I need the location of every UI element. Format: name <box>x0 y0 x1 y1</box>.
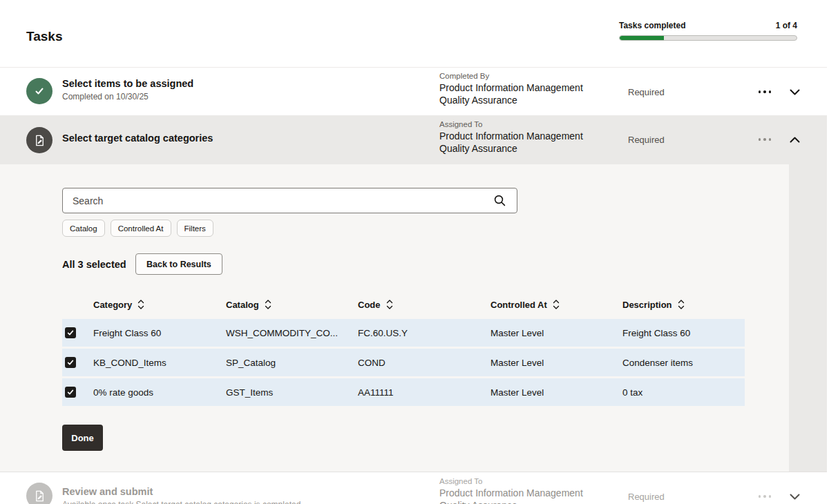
progress-bar <box>619 35 797 41</box>
column-label: Controlled At <box>490 300 547 310</box>
back-to-results-button[interactable]: Back to Results <box>135 253 222 275</box>
selection-summary: All 3 selected <box>62 259 126 270</box>
cell-catalog: GST_Items <box>226 378 273 406</box>
tasks-page: Tasks Tasks completed 1 of 4 Select item… <box>0 0 829 504</box>
more-actions-button[interactable] <box>754 68 775 116</box>
chip-catalog[interactable]: Catalog <box>62 220 105 237</box>
cell-description: Condenser items <box>622 349 693 376</box>
filter-chip-row: Catalog Controlled At Filters <box>62 220 213 237</box>
task-row-review-and-submit[interactable]: Review and submit Available once task Se… <box>0 472 827 504</box>
column-header-category[interactable]: Category <box>93 290 144 319</box>
task-title: Review and submit <box>62 486 301 497</box>
cell-catalog: WSH_COMMODITY_CO... <box>226 319 338 347</box>
progress-label: Tasks completed <box>619 21 685 30</box>
ellipsis-icon <box>757 495 773 498</box>
column-label: Category <box>93 300 132 310</box>
chip-controlled-at[interactable]: Controlled At <box>111 220 171 237</box>
task-title: Select items to be assigned <box>62 78 193 89</box>
required-badge: Required <box>628 115 665 164</box>
cell-code: AA11111 <box>358 378 394 406</box>
search-button[interactable] <box>489 188 510 213</box>
task-subtitle: Completed on 10/30/25 <box>62 92 193 101</box>
task-subtitle: Available once task Select target catalo… <box>62 500 301 504</box>
cell-category: KB_COND_Items <box>93 349 166 376</box>
chevron-down-icon <box>790 89 800 95</box>
table-header: Category Catalog Code Controlled At Desc… <box>62 290 745 319</box>
meta-label: Assigned To <box>439 477 600 485</box>
search-box <box>62 188 517 213</box>
search-icon <box>493 194 506 207</box>
sort-icon <box>265 300 271 309</box>
row-checkbox[interactable] <box>65 327 76 338</box>
cell-code: COND <box>358 349 385 376</box>
sort-icon <box>386 300 393 309</box>
row-checkbox[interactable] <box>65 387 76 398</box>
progress-fill <box>620 36 664 40</box>
table-row[interactable]: KB_COND_Items SP_Catalog COND Master Lev… <box>62 349 745 376</box>
required-badge: Required <box>628 472 665 504</box>
edit-document-icon <box>26 127 53 153</box>
sort-icon <box>553 300 560 309</box>
column-label: Description <box>622 300 672 310</box>
checkmark-icon <box>66 329 75 337</box>
column-header-code[interactable]: Code <box>358 290 393 319</box>
progress-count: 1 of 4 <box>728 21 797 30</box>
cell-code: FC.60.US.Y <box>358 319 408 347</box>
expand-task-button[interactable] <box>785 68 803 116</box>
cell-category: Freight Class 60 <box>93 319 161 347</box>
meta-value: Product Information Management Quality A… <box>439 130 600 155</box>
row-checkbox[interactable] <box>65 357 76 368</box>
more-actions-button[interactable] <box>754 472 775 504</box>
more-actions-button[interactable] <box>754 115 775 164</box>
collapse-task-button[interactable] <box>785 115 803 164</box>
cell-catalog: SP_Catalog <box>226 349 276 376</box>
cell-description: Freight Class 60 <box>622 319 690 347</box>
meta-label: Completed By <box>439 72 600 80</box>
task-row-select-items[interactable]: Select items to be assigned Completed on… <box>0 67 827 115</box>
sort-icon <box>137 300 144 309</box>
table-row[interactable]: 0% rate goods GST_Items AA11111 Master L… <box>62 378 745 406</box>
chevron-down-icon <box>790 494 800 500</box>
task-title: Select target catalog categories <box>62 133 213 144</box>
column-header-description[interactable]: Description <box>622 290 685 319</box>
sort-icon <box>678 300 685 309</box>
cell-controlled-at: Master Level <box>490 349 544 376</box>
table-row[interactable]: Freight Class 60 WSH_COMMODITY_CO... FC.… <box>62 319 745 347</box>
column-label: Code <box>358 300 381 310</box>
checkmark-icon <box>66 388 75 396</box>
ellipsis-icon <box>757 90 773 93</box>
meta-value: Product Information Management Quality A… <box>439 82 600 106</box>
cell-description: 0 tax <box>622 378 642 406</box>
task-meta: Assigned To Product Information Manageme… <box>439 120 600 155</box>
page-title: Tasks <box>26 29 62 44</box>
column-header-catalog[interactable]: Catalog <box>226 290 271 319</box>
task-text-block: Select target catalog categories <box>62 133 213 144</box>
task-meta: Assigned To Product Information Manageme… <box>439 477 600 504</box>
expand-task-button[interactable] <box>785 472 803 504</box>
required-badge: Required <box>628 68 665 116</box>
column-label: Catalog <box>226 300 259 310</box>
panel-right-gutter <box>789 164 827 472</box>
chevron-up-icon <box>790 137 800 143</box>
chip-filters[interactable]: Filters <box>177 220 213 237</box>
meta-value: Product Information Management Quality A… <box>439 487 600 504</box>
check-circle-icon <box>26 78 53 104</box>
search-input[interactable] <box>63 188 517 213</box>
column-header-controlled-at[interactable]: Controlled At <box>490 290 560 319</box>
task-text-block: Select items to be assigned Completed on… <box>62 78 193 101</box>
task-detail-panel: Catalog Controlled At Filters All 3 sele… <box>0 164 789 472</box>
edit-document-icon <box>26 483 53 504</box>
cell-controlled-at: Master Level <box>490 319 544 347</box>
task-meta: Completed By Product Information Managem… <box>439 72 600 106</box>
cell-controlled-at: Master Level <box>490 378 544 406</box>
cell-category: 0% rate goods <box>93 378 153 406</box>
checkmark-icon <box>66 358 75 367</box>
ellipsis-icon <box>757 138 773 141</box>
meta-label: Assigned To <box>439 120 600 128</box>
task-row-select-target-catalog[interactable]: Select target catalog categories Assigne… <box>0 115 827 164</box>
task-text-block: Review and submit Available once task Se… <box>62 486 301 504</box>
done-button[interactable]: Done <box>62 425 103 451</box>
